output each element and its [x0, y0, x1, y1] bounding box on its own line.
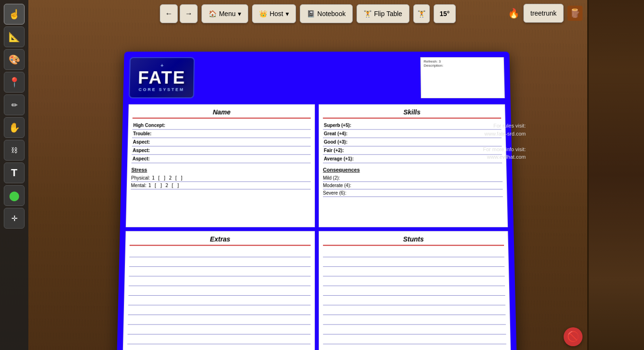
mental-stress-row[interactable]: Mental: 1 [ ] 2 [ ]	[131, 182, 311, 189]
extras-panel-title: Extras	[130, 235, 311, 246]
moderate-label: Moderate (4):	[323, 183, 351, 188]
trouble-field[interactable]: Trouble:	[132, 130, 311, 138]
aspect2-field[interactable]: Aspect:	[131, 146, 311, 155]
nav-back-button[interactable]: ←	[160, 4, 178, 23]
fate-plus-symbol: +	[160, 63, 164, 68]
fate-title: FATE	[130, 69, 194, 86]
extras-lines[interactable]	[127, 248, 311, 350]
mild-consequence-row[interactable]: Mild (2):	[323, 174, 503, 182]
notebook-label: Notebook	[317, 10, 346, 17]
rules-line2: www.fate-srd.com	[483, 130, 526, 138]
mental-label: Mental:	[131, 183, 147, 188]
physical-stress-row[interactable]: Physical: 1 [ ] 2 [ ]	[131, 174, 311, 182]
angle-button[interactable]: 15°	[434, 4, 456, 23]
flame-icon: 🔥	[508, 8, 520, 19]
skills-panel-title: Skills	[323, 109, 501, 119]
flip-table-icon: 🏋	[364, 10, 372, 17]
ruler-tool-button[interactable]: 📐	[4, 26, 25, 47]
toolbar: ← → 🏠 Menu ▾ 👑 Host ▾ 📓 Notebook 🏋 Flip …	[28, 0, 587, 27]
host-chevron-icon: ▾	[286, 10, 289, 17]
stunts-panel: Stunts	[319, 231, 511, 350]
physical-boxes: 1 [ ] 2 [ ]	[152, 175, 183, 180]
great-field[interactable]: Great (+4):	[323, 130, 502, 138]
host-label: Host	[270, 10, 283, 17]
fair-label: Fair (+2):	[324, 148, 371, 153]
avatar: 🪵	[567, 6, 583, 21]
aspect2-label: Aspect:	[132, 148, 173, 153]
cursor-tool-button[interactable]: ☝	[4, 4, 25, 25]
rules-line3: For more info visit:	[483, 145, 526, 154]
no-entry-badge[interactable]: 🚫	[564, 327, 583, 346]
severe-consequence-row[interactable]: Severe (6):	[323, 189, 503, 197]
link-tool-button[interactable]: ⛓	[4, 140, 25, 161]
high-concept-label: High Concept:	[133, 123, 173, 128]
fate-logo: + FATE CORE SYSTEM	[129, 57, 195, 98]
username-label: treetrunk	[531, 9, 557, 17]
fate-subtitle: CORE SYSTEM	[130, 87, 193, 92]
aspect3-field[interactable]: Aspect:	[131, 155, 311, 163]
mental-boxes: 1 [ ] 2 [ ]	[148, 183, 180, 188]
user-area: 🔥 treetrunk 🪵	[508, 4, 583, 23]
wood-panel-right	[587, 0, 644, 350]
draw-tool-button[interactable]: ✏	[4, 94, 25, 115]
paint-tool-button[interactable]: 🎨	[4, 49, 25, 70]
token-tool-button[interactable]: ⬤	[4, 185, 25, 206]
notebook-icon: 📓	[307, 10, 315, 17]
fair-field[interactable]: Fair (+2):	[323, 146, 502, 155]
mild-label: Mild (2):	[323, 175, 340, 180]
high-concept-field[interactable]: High Concept:	[132, 121, 311, 130]
stress-title: Stress	[131, 167, 311, 172]
rules-line1: For rules visit:	[483, 122, 526, 130]
reference-refresh: Refresh: 3	[424, 60, 501, 64]
aspect1-field[interactable]: Aspect:	[132, 138, 311, 146]
rules-line4: www.evilhat.com	[483, 153, 526, 161]
axis-tool-button[interactable]: ✛	[4, 208, 25, 229]
good-field[interactable]: Good (+3):	[323, 138, 502, 146]
fate-character-sheet: + FATE CORE SYSTEM Refresh: 3 Descriptio…	[117, 51, 517, 350]
reference-box: Refresh: 3 Description:	[420, 57, 505, 98]
great-label: Great (+4):	[324, 131, 371, 137]
stress-section: Stress Physical: 1 [ ] 2 [ ] Mental: 1 […	[131, 167, 311, 189]
consequences-title: Consequences	[323, 167, 503, 172]
sheet-panels: Name High Concept: Trouble: Aspect: Aspe…	[122, 104, 511, 350]
nav-forward-button[interactable]: →	[180, 4, 198, 23]
flip-table-label: Flip Table	[374, 10, 402, 17]
aspect1-label: Aspect:	[133, 139, 173, 145]
user-name-button[interactable]: treetrunk	[523, 4, 564, 23]
wrestler-button[interactable]: 🏋	[413, 4, 430, 23]
trouble-label: Trouble:	[133, 131, 173, 137]
name-panel-title: Name	[132, 109, 311, 119]
notebook-button[interactable]: 📓 Notebook	[300, 4, 353, 23]
skills-panel: Skills Superb (+5): Great (+4): Good (+3…	[319, 104, 508, 227]
name-panel: Name High Concept: Trouble: Aspect: Aspe…	[126, 104, 315, 227]
host-icon: 👑	[259, 10, 267, 17]
stunts-panel-title: Stunts	[323, 235, 504, 246]
rules-text: For rules visit: www.fate-srd.com For mo…	[483, 122, 526, 161]
extras-panel: Extras	[122, 231, 315, 350]
pin-tool-button[interactable]: 📍	[4, 72, 25, 93]
hand-tool-button[interactable]: ✋	[4, 117, 25, 138]
aspect3-label: Aspect:	[132, 156, 173, 162]
good-label: Good (+3):	[324, 139, 371, 145]
text-tool-button[interactable]: T	[4, 162, 25, 183]
menu-label: Menu	[219, 10, 235, 17]
superb-field[interactable]: Superb (+5):	[323, 121, 502, 130]
stunts-lines[interactable]	[323, 248, 507, 350]
menu-button[interactable]: 🏠 Menu ▾	[201, 4, 248, 23]
severe-label: Severe (6):	[323, 190, 346, 196]
reference-description: Description:	[424, 63, 501, 68]
host-button[interactable]: 👑 Host ▾	[252, 4, 296, 23]
wrestler-icon: 🏋	[418, 10, 426, 17]
moderate-consequence-row[interactable]: Moderate (4):	[323, 182, 503, 189]
average-label: Average (+1):	[324, 156, 371, 162]
sidebar: ☝ 📐 🎨 📍 ✏ ✋ ⛓ T ⬤ ✛	[0, 0, 28, 350]
flip-table-button[interactable]: 🏋 Flip Table	[357, 4, 409, 23]
superb-label: Superb (+5):	[324, 123, 371, 128]
menu-chevron-icon: ▾	[238, 10, 241, 17]
menu-icon: 🏠	[209, 10, 217, 17]
game-area: + FATE CORE SYSTEM Refresh: 3 Descriptio…	[28, 27, 587, 350]
average-field[interactable]: Average (+1):	[323, 155, 502, 163]
physical-label: Physical:	[131, 175, 150, 180]
